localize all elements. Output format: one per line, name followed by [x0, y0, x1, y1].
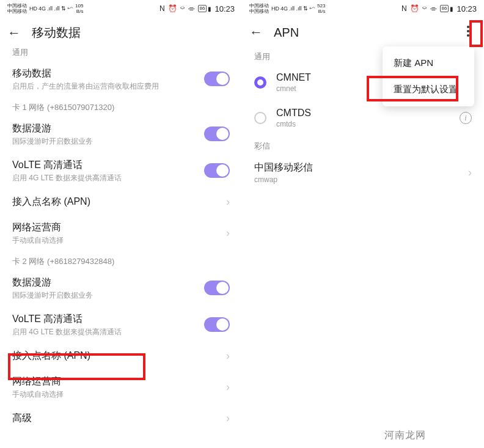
highlight-reset-default [367, 76, 458, 101]
bluetooth-icon: ⌔ [180, 4, 185, 13]
chevron-right-icon: › [226, 196, 230, 208]
page-title: 移动数据 [32, 24, 81, 41]
screen-apn: 中国移动 中国移动 HD 4G .ıll .ıll ⇅ ⬿ 523 B/s N … [242, 0, 484, 448]
radio-cmtds[interactable] [254, 112, 266, 124]
row-sim2-volte[interactable]: VoLTE 高清通话 启用 4G LTE 数据来提供高清通话 [0, 306, 242, 343]
page-header: ← 移动数据 [0, 16, 242, 47]
wifi-icon: ⬿ [309, 6, 315, 12]
wifi-icon: ⬿ [67, 6, 73, 12]
apn-mms-sub: cmwap [254, 175, 453, 184]
sim1-roaming-label: 数据漫游 [12, 122, 204, 135]
nfc-icon: N [160, 4, 165, 13]
alarm-icon: ⏰ [168, 4, 177, 13]
network-type: 4G [280, 6, 288, 12]
sim1-section-label: 卡 1 网络 (+8615079071320) [0, 97, 242, 116]
toggle-sim1-roaming[interactable] [204, 127, 230, 141]
page-title: APN [274, 26, 299, 40]
clock: 10:23 [215, 4, 235, 13]
chevron-right-icon: › [226, 227, 230, 240]
row-sim1-apn[interactable]: 接入点名称 (APN) › [0, 189, 242, 215]
speed-value: 523 [317, 3, 325, 9]
sim1-carrier-label: 网络运营商 [12, 221, 221, 234]
alarm-icon: ⏰ [410, 4, 419, 13]
row-sim2-roaming[interactable]: 数据漫游 国际漫游时开启数据业务 [0, 270, 242, 306]
sim2-roaming-sub: 国际漫游时开启数据业务 [12, 290, 204, 300]
chevron-right-icon: › [226, 350, 230, 362]
battery-level: 86 [440, 5, 449, 12]
info-icon[interactable]: i [460, 112, 472, 124]
sim1-apn-label: 接入点名称 (APN) [12, 195, 221, 208]
apn-item-mms[interactable]: 中国移动彩信 cmwap › [242, 154, 484, 191]
clock: 10:23 [457, 4, 477, 13]
screen-mobile-data: 中国移动 中国移动 HD 4G .ıll .ıll ⇅ ⬿ 105 B/s N … [0, 0, 242, 448]
popup-new-apn[interactable]: 新建 APN [383, 50, 474, 76]
section-cutoff: 通用 [0, 47, 242, 61]
section-mms-label: 彩信 [242, 136, 484, 154]
toggle-mobile-data[interactable] [204, 72, 230, 86]
carrier-2: 中国移动 [7, 9, 27, 14]
page-header: ← APN [242, 16, 484, 46]
sim1-roaming-sub: 国际漫游时开启数据业务 [12, 136, 204, 146]
highlight-sim2-apn [8, 353, 145, 380]
row-sim1-volte[interactable]: VoLTE 高清通话 启用 4G LTE 数据来提供高清通话 [0, 152, 242, 189]
network-type: 4G [38, 6, 46, 12]
sim1-carrier-sub: 手动或自动选择 [12, 235, 221, 245]
battery-level: 86 [198, 5, 207, 12]
highlight-more-button [469, 20, 483, 47]
sim2-volte-sub: 启用 4G LTE 数据来提供高清通话 [12, 327, 204, 337]
bluetooth-icon: ⌔ [422, 4, 427, 13]
status-bar: 中国移动 中国移动 HD 4G .ıll .ıll ⇅ ⬿ 523 B/s N … [242, 0, 484, 16]
status-bar: 中国移动 中国移动 HD 4G .ıll .ıll ⇅ ⬿ 105 B/s N … [0, 0, 242, 16]
signal-icon: .ıll .ıll ⇅ [47, 6, 66, 12]
hd-badge: HD [271, 6, 279, 12]
speed-value: 105 [75, 3, 83, 9]
row-mobile-data[interactable]: 移动数据 启用后，产生的流量将由运营商收取相应费用 [0, 61, 242, 97]
row-sim2-advanced[interactable]: 高级 › [0, 405, 242, 431]
chevron-right-icon: › [226, 381, 230, 394]
row-sim1-roaming[interactable]: 数据漫游 国际漫游时开启数据业务 [0, 116, 242, 152]
radio-cmnet[interactable] [254, 76, 266, 89]
sim1-volte-sub: 启用 4G LTE 数据来提供高清通话 [12, 173, 204, 183]
nfc-icon: N [402, 4, 407, 13]
apn-cmtds-sub: cmtds [276, 120, 450, 128]
mobile-data-label: 移动数据 [12, 67, 204, 80]
carrier-1: 中国移动 [249, 3, 269, 9]
signal-icon: .ıll .ıll ⇅ [289, 6, 308, 12]
back-icon[interactable]: ← [7, 25, 21, 41]
chevron-right-icon: › [226, 412, 230, 425]
sim2-carrier-sub: 手动或自动选择 [12, 389, 221, 399]
carrier-1: 中国移动 [7, 3, 27, 9]
carrier-2: 中国移动 [249, 9, 269, 14]
row-sim1-carrier[interactable]: 网络运营商 手动或自动选择 › [0, 215, 242, 251]
toggle-sim2-volte[interactable] [204, 317, 230, 332]
dnd-icon: ⌯ [430, 4, 437, 13]
sim1-volte-label: VoLTE 高清通话 [12, 158, 204, 172]
chevron-right-icon: › [468, 166, 472, 179]
sim2-section-label: 卡 2 网络 (+8618279432848) [0, 251, 242, 270]
sim2-roaming-label: 数据漫游 [12, 276, 204, 289]
hd-badge: HD [29, 6, 37, 12]
watermark: 河南龙网 [384, 429, 426, 442]
back-icon[interactable]: ← [249, 24, 263, 40]
apn-cmtds-title: CMTDS [276, 108, 450, 119]
mobile-data-sub: 启用后，产生的流量将由运营商收取相应费用 [12, 81, 204, 91]
toggle-sim1-volte[interactable] [204, 163, 230, 178]
toggle-sim2-roaming[interactable] [204, 281, 230, 295]
speed-unit: B/s [317, 9, 325, 14]
apn-mms-title: 中国移动彩信 [254, 161, 453, 174]
speed-unit: B/s [75, 9, 83, 14]
sim2-volte-label: VoLTE 高清通话 [12, 312, 204, 326]
sim2-advanced-label: 高级 [12, 411, 221, 425]
dnd-icon: ⌯ [188, 4, 195, 13]
